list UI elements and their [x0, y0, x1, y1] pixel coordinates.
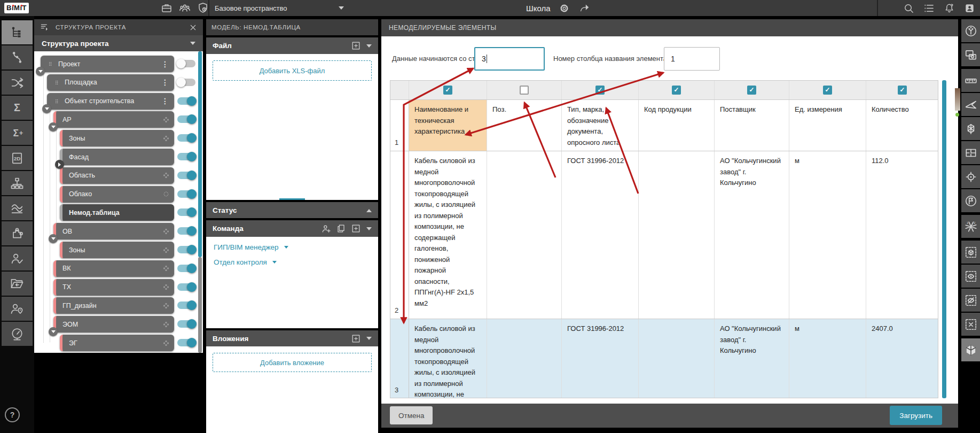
left-toolbar-sheets-2d-button[interactable]: 2D	[2, 146, 33, 170]
tree-item-Зоны[interactable]: Зоны	[60, 242, 174, 258]
name-column-input[interactable]: 1	[664, 47, 720, 71]
scrollbar-thumb[interactable]	[198, 51, 202, 257]
plus-box-icon[interactable]	[351, 334, 361, 344]
right-toolbar-isolate-button[interactable]	[961, 241, 980, 264]
tree-item-Фасад[interactable]: Фасад	[60, 149, 174, 165]
plus-box-icon[interactable]	[351, 223, 361, 234]
add-attachment-button[interactable]: Добавить вложение	[213, 353, 372, 372]
kebab-menu-icon[interactable]: ⋮	[160, 78, 170, 87]
attachments-section-header[interactable]: Вложения	[206, 330, 378, 346]
tree-item-ГП_дизайн[interactable]: ГП_дизайн	[53, 297, 174, 314]
left-toolbar-charts-button[interactable]	[2, 196, 33, 220]
copy-icon[interactable]	[336, 223, 346, 234]
left-toolbar-import-button[interactable]	[2, 272, 33, 296]
topbar-team-button[interactable]	[178, 2, 191, 14]
visibility-toggle-АР[interactable]	[177, 115, 195, 123]
tree-item-Область[interactable]: Область	[60, 167, 174, 184]
team-section-header[interactable]: Команда	[206, 220, 378, 237]
visibility-toggle-Площадка[interactable]	[177, 79, 195, 86]
sort-menu-icon[interactable]	[40, 22, 50, 33]
visibility-toggle-Облако[interactable]	[177, 190, 195, 198]
tree-item-Проект[interactable]: Проект⋮	[41, 56, 174, 72]
tree-item-ТХ[interactable]: ТХ	[53, 279, 174, 296]
right-toolbar-clear-selection-button[interactable]	[961, 313, 980, 336]
workspace-selector[interactable]: Базовое пространство	[215, 0, 344, 16]
topbar-tasks-button[interactable]	[922, 2, 935, 14]
close-icon[interactable]	[188, 22, 198, 32]
bimit-logo[interactable]: BiMiT	[4, 3, 29, 13]
topbar-account-button[interactable]	[963, 2, 976, 14]
tree-item-Объект строительства[interactable]: Объект строительства⋮	[47, 93, 174, 110]
visibility-toggle-Область[interactable]	[177, 172, 195, 179]
collapse-icon[interactable]	[49, 327, 58, 336]
right-toolbar-federation-button[interactable]	[961, 19, 980, 42]
left-toolbar-plugins-button[interactable]	[2, 221, 33, 245]
column-checkbox-4[interactable]: ✓	[672, 86, 681, 95]
scrollbar-track[interactable]	[198, 257, 202, 353]
right-toolbar-box-section-button[interactable]	[961, 117, 980, 140]
visibility-toggle-Проект[interactable]	[177, 60, 195, 67]
status-section-header[interactable]: Статус	[206, 202, 378, 218]
tree-item-ЭГ[interactable]: ЭГ	[60, 335, 174, 351]
cancel-button[interactable]: Отмена	[390, 406, 433, 424]
share-icon[interactable]	[578, 2, 591, 14]
column-checkbox-7[interactable]: ✓	[898, 86, 907, 95]
collapse-icon[interactable]	[49, 234, 58, 243]
right-toolbar-floorplan-button[interactable]	[961, 141, 980, 164]
right-toolbar-section-button[interactable]	[961, 93, 980, 116]
visibility-toggle-Зоны[interactable]	[177, 134, 195, 142]
topbar-notifications-button[interactable]	[943, 2, 955, 14]
visibility-toggle-Немод.таблица[interactable]	[177, 208, 195, 216]
file-section-header[interactable]: Файл	[206, 37, 378, 54]
right-toolbar-measure-button[interactable]	[961, 69, 980, 92]
column-checkbox-3[interactable]: ✓	[595, 86, 605, 95]
visibility-toggle-ВК[interactable]	[177, 265, 195, 272]
right-toolbar-hide-button[interactable]	[961, 289, 980, 312]
column-checkbox-1[interactable]: ✓	[443, 86, 452, 95]
chevron-down-icon[interactable]	[366, 227, 372, 233]
resize-handle[interactable]	[279, 198, 305, 200]
row-start-input[interactable]: 3	[474, 47, 545, 71]
left-toolbar-structure-button[interactable]	[2, 20, 33, 44]
tree-item-ЭОМ[interactable]: ЭОМ	[53, 316, 174, 333]
kebab-menu-icon[interactable]: ⋮	[160, 60, 170, 68]
expand-icon[interactable]	[55, 160, 64, 169]
tree-item-ВК[interactable]: ВК	[53, 260, 174, 277]
drag-handle-icon[interactable]	[47, 60, 54, 67]
topbar-security-button[interactable]	[197, 2, 209, 14]
upload-button[interactable]: Загрузить	[890, 406, 942, 425]
chevron-down-icon[interactable]	[366, 44, 372, 50]
kebab-menu-icon[interactable]: ⋮	[160, 97, 170, 105]
drag-handle-icon[interactable]	[53, 79, 60, 86]
left-toolbar-connections-button[interactable]	[2, 45, 33, 69]
table-scrollbar[interactable]	[942, 80, 946, 398]
structure-tree-dropdown[interactable]: Структура проекта	[34, 35, 203, 51]
chevron-down-icon[interactable]	[366, 337, 372, 343]
tree-item-ОВ[interactable]: ОВ	[53, 223, 174, 239]
help-button[interactable]: ?	[5, 407, 20, 422]
plus-box-icon[interactable]	[351, 41, 361, 51]
tree-item-Зоны[interactable]: Зоны	[60, 130, 174, 146]
right-toolbar-axes-button[interactable]: 12	[961, 215, 980, 238]
visibility-toggle-Фасад[interactable]	[177, 153, 195, 160]
person-add-icon[interactable]	[321, 223, 331, 234]
gear-icon[interactable]	[558, 2, 571, 14]
visibility-toggle-Зоны[interactable]	[177, 246, 195, 253]
right-toolbar-model-view-button[interactable]	[961, 338, 980, 361]
visibility-toggle-ЭГ[interactable]	[177, 339, 195, 346]
tree-item-Площадка[interactable]: Площадка⋮	[47, 74, 174, 91]
collapse-icon[interactable]	[42, 104, 51, 113]
left-toolbar-dashboard-button[interactable]	[2, 322, 33, 346]
topbar-projects-button[interactable]	[160, 2, 173, 14]
chevron-up-icon[interactable]	[366, 206, 372, 212]
left-toolbar-contacts-button[interactable]	[2, 297, 33, 321]
left-toolbar-hierarchy-button[interactable]	[2, 171, 33, 195]
team-role-link[interactable]: Отдел контроля	[214, 258, 371, 266]
visibility-toggle-ГП_дизайн[interactable]	[177, 301, 195, 309]
collapse-icon[interactable]	[36, 67, 45, 76]
topbar-search-button[interactable]	[902, 2, 915, 14]
left-toolbar-exchange-button[interactable]	[2, 71, 33, 95]
right-toolbar-viewports-button[interactable]	[961, 43, 980, 66]
left-toolbar-totals-button[interactable]: Σ	[2, 96, 33, 120]
drag-handle-icon[interactable]	[53, 98, 60, 105]
